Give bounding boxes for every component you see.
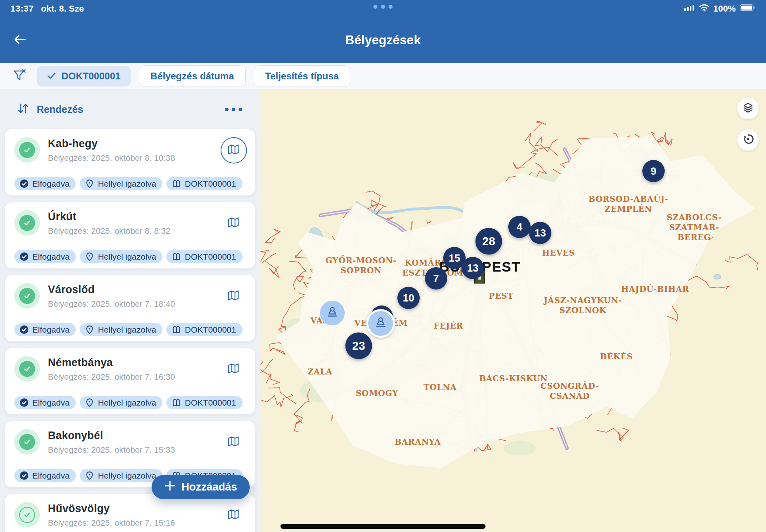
county-label: ZALA xyxy=(308,367,332,377)
date-filter-button[interactable]: Bélyegzés dátuma xyxy=(139,65,245,87)
battery-icon xyxy=(740,4,756,14)
home-indicator[interactable] xyxy=(280,524,486,529)
badge-label: Elfogadva xyxy=(32,398,69,408)
accepted-status-icon xyxy=(14,283,40,309)
focus-dots-icon xyxy=(373,5,393,9)
status-badge: DOKT000001 xyxy=(166,250,242,263)
clear-filters-button[interactable] xyxy=(10,68,29,85)
stamp-location-name: Úrkút xyxy=(48,211,170,223)
stamp-timestamp: Bélyegzés: 2025. október 8. 10:38 xyxy=(48,153,175,163)
show-on-map-button[interactable] xyxy=(221,283,247,309)
badge-label: DOKT000001 xyxy=(185,252,236,262)
location-pin-icon xyxy=(85,179,94,188)
show-on-map-button[interactable] xyxy=(221,210,247,236)
document-book-icon xyxy=(172,252,181,261)
map-cluster-marker[interactable]: 7 xyxy=(425,267,447,290)
sort-button[interactable]: Rendezés xyxy=(37,104,83,115)
map-cluster-marker[interactable]: 10 xyxy=(397,287,420,309)
check-circle-icon xyxy=(20,179,29,188)
clock: 13:37 xyxy=(10,4,34,14)
ellipsis-icon xyxy=(225,108,229,111)
stamp-marker[interactable] xyxy=(320,301,345,325)
stamp-timestamp: Bélyegzés: 2025. október 7. 15:33 xyxy=(48,445,175,455)
document-book-icon xyxy=(172,179,181,188)
list-item[interactable]: Hűvösvölgy Bélyegzés: 2025. október 7. 1… xyxy=(5,494,255,532)
stamp-marker[interactable] xyxy=(366,309,395,338)
cellular-icon xyxy=(684,4,695,14)
badge-row: Elfogadva Hellyel igazolva DOKT000001 xyxy=(14,396,247,409)
show-on-map-button[interactable] xyxy=(221,502,247,528)
badge-label: Hellyel igazolva xyxy=(98,471,156,481)
document-filter-label: DOKT000001 xyxy=(61,71,120,82)
list-item[interactable]: Németbánya Bélyegzés: 2025. október 7. 1… xyxy=(5,348,255,414)
location-pin-icon xyxy=(85,252,94,261)
county-label: BÁCS-KISKUN xyxy=(479,374,548,384)
layers-button[interactable] xyxy=(737,98,759,119)
county-label: TOLNA xyxy=(423,382,456,392)
filter-bar: DOKT000001 Bélyegzés dátuma Teljesítés t… xyxy=(0,63,766,89)
status-badge: Elfogadva xyxy=(14,177,76,190)
badge-label: Hellyel igazolva xyxy=(98,325,156,335)
badge-label: Hellyel igazolva xyxy=(98,252,156,262)
plus-icon xyxy=(164,480,176,494)
map[interactable]: BUDAPEST GYŐR-MOSON- SOPRONKOMÁROM- ESZT… xyxy=(261,89,766,532)
map-cluster-marker[interactable]: 13 xyxy=(462,257,484,279)
badge-label: DOKT000001 xyxy=(185,398,236,408)
status-badge: Hellyel igazolva xyxy=(80,323,162,336)
add-button-label: Hozzáadás xyxy=(182,481,237,493)
app-screen: 13:37 okt. 8. Sze 100% xyxy=(0,0,766,532)
map-icon xyxy=(227,143,241,158)
list-item[interactable]: Kab-hegy Bélyegzés: 2025. október 8. 10:… xyxy=(5,129,255,195)
badge-label: Elfogadva xyxy=(32,179,69,189)
filter-clear-icon xyxy=(12,68,27,85)
stampings-list-panel: Rendezés Kab-hegy Bélyegzés: 2025. októb… xyxy=(0,89,261,532)
badge-row: Elfogadva Hellyel igazolva DOKT000001 xyxy=(14,250,247,263)
list-item[interactable]: Városlőd Bélyegzés: 2025. október 7. 18:… xyxy=(5,275,255,341)
map-overlays: BUDAPEST GYŐR-MOSON- SOPRONKOMÁROM- ESZT… xyxy=(261,89,766,532)
map-cluster-marker[interactable]: 23 xyxy=(345,333,372,359)
county-label: JÁSZ-NAGYKUN- SZOLNOK xyxy=(544,296,622,315)
badge-row: Elfogadva Hellyel igazolva DOKT000001 xyxy=(14,323,247,336)
map-cluster-marker[interactable]: 9 xyxy=(642,160,665,182)
status-badge: DOKT000001 xyxy=(166,396,242,409)
county-label: PEST xyxy=(489,291,513,301)
map-icon xyxy=(227,508,241,522)
show-on-map-button[interactable] xyxy=(221,137,247,164)
county-label: BORSOD-ABAÚJ- ZEMPLÉN xyxy=(588,194,668,214)
reset-view-button[interactable] xyxy=(737,129,759,151)
status-badge: Elfogadva xyxy=(14,323,76,336)
status-badge: Elfogadva xyxy=(14,396,76,409)
battery-percent: 100% xyxy=(713,4,736,14)
list-item[interactable]: Úrkút Bélyegzés: 2025. október 8. 8:32 E… xyxy=(5,202,255,268)
check-circle-icon xyxy=(20,325,29,334)
status-badge: Hellyel igazolva xyxy=(80,396,162,409)
stamp-timestamp: Bélyegzés: 2025. október 7. 15:16 xyxy=(48,518,175,528)
show-on-map-button[interactable] xyxy=(221,356,247,382)
check-circle-icon xyxy=(20,252,29,261)
map-cluster-marker[interactable]: 4 xyxy=(508,216,531,238)
stamp-location-name: Németbánya xyxy=(48,357,175,369)
type-filter-button[interactable]: Teljesítés típusa xyxy=(254,65,351,87)
wifi-icon xyxy=(699,4,709,14)
history-icon xyxy=(742,133,754,147)
check-icon xyxy=(47,71,56,82)
map-cluster-marker[interactable]: 13 xyxy=(529,222,551,244)
back-button[interactable] xyxy=(9,29,31,51)
badge-label: Hellyel igazolva xyxy=(98,179,156,189)
sort-row: Rendezés xyxy=(0,89,261,129)
stamp-icon xyxy=(326,305,339,321)
map-cluster-marker[interactable]: 28 xyxy=(476,228,502,255)
stamp-icon xyxy=(374,316,387,331)
check-circle-icon xyxy=(20,471,29,480)
stamp-timestamp: Bélyegzés: 2025. október 8. 8:32 xyxy=(48,226,170,236)
document-filter-chip[interactable]: DOKT000001 xyxy=(37,66,131,87)
stamp-location-name: Bakonybél xyxy=(48,430,175,442)
county-label: FEJÉR xyxy=(434,321,463,331)
status-badge: Elfogadva xyxy=(14,469,76,482)
add-button[interactable]: Hozzáadás xyxy=(152,475,250,499)
show-on-map-button[interactable] xyxy=(221,429,247,455)
county-label: BÉKÉS xyxy=(600,352,633,362)
badge-row: Elfogadva Hellyel igazolva DOKT000001 xyxy=(14,177,247,190)
list-menu-button[interactable] xyxy=(222,104,245,114)
document-book-icon xyxy=(172,398,181,407)
